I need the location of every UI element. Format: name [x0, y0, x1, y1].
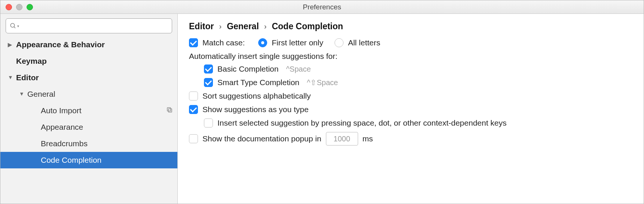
sidebar: ▾ ▶ Appearance & Behavior Keymap ▼ Edito…: [0, 14, 178, 204]
window-title: Preferences: [0, 3, 644, 11]
sidebar-item-appearance[interactable]: Appearance: [0, 119, 177, 135]
breadcrumb-editor[interactable]: Editor: [189, 21, 214, 32]
show-suggestions-checkbox[interactable]: [189, 105, 198, 114]
basic-completion-label: Basic Completion: [217, 64, 278, 74]
chevron-right-icon: ›: [219, 22, 222, 31]
sidebar-item-editor[interactable]: ▼ Editor: [0, 69, 177, 86]
chevron-down-icon: ▼: [8, 74, 13, 80]
breadcrumb-code-completion: Code Completion: [272, 21, 343, 32]
sidebar-item-label: Keymap: [16, 57, 47, 66]
sidebar-tree: ▶ Appearance & Behavior Keymap ▼ Editor …: [0, 36, 177, 168]
svg-rect-2: [168, 109, 172, 112]
svg-point-0: [10, 23, 15, 27]
search-icon: [10, 22, 16, 29]
minimize-window-button[interactable]: [16, 4, 22, 10]
all-letters-label: All letters: [348, 38, 380, 47]
breadcrumb-general[interactable]: General: [227, 21, 259, 32]
insert-by-keys-checkbox[interactable]: [204, 118, 213, 128]
sidebar-item-label: Breadcrumbs: [41, 139, 88, 148]
sidebar-item-keymap[interactable]: Keymap: [0, 53, 177, 69]
chevron-right-icon: ›: [264, 22, 267, 31]
match-case-label: Match case:: [202, 38, 245, 47]
sidebar-item-label: Code Completion: [41, 156, 101, 165]
chevron-down-icon: ▼: [19, 91, 24, 97]
doc-popup-checkbox[interactable]: [189, 134, 198, 143]
first-letter-only-label: First letter only: [272, 38, 323, 47]
svg-rect-3: [167, 108, 171, 111]
chevron-right-icon: ▶: [8, 42, 13, 48]
doc-popup-delay-input[interactable]: [326, 132, 358, 146]
smart-type-completion-checkbox[interactable]: [204, 78, 213, 87]
doc-popup-label-before: Show the documentation popup in: [202, 134, 321, 143]
settings-panel: Editor › General › Code Completion Match…: [178, 14, 644, 204]
sidebar-item-general[interactable]: ▼ General: [0, 86, 177, 102]
match-case-checkbox[interactable]: [189, 38, 198, 47]
sidebar-item-label: Appearance & Behavior: [16, 40, 105, 49]
smart-type-completion-label: Smart Type Completion: [217, 78, 299, 87]
breadcrumb: Editor › General › Code Completion: [189, 21, 632, 32]
maximize-window-button[interactable]: [27, 4, 33, 10]
sidebar-item-breadcrumbs[interactable]: Breadcrumbs: [0, 135, 177, 152]
search-dropdown-icon[interactable]: ▾: [17, 24, 19, 28]
first-letter-only-radio[interactable]: [258, 38, 267, 47]
sidebar-item-label: Auto Import: [41, 106, 82, 115]
smart-type-completion-shortcut: ^⇧Space: [307, 78, 338, 87]
titlebar: Preferences: [0, 0, 644, 14]
sidebar-item-auto-import[interactable]: Auto Import: [0, 102, 177, 119]
insert-by-keys-label: Insert selected suggestion by pressing s…: [217, 118, 507, 128]
auto-insert-heading: Automatically insert single suggestions …: [189, 52, 632, 61]
sidebar-item-code-completion[interactable]: Code Completion: [0, 152, 177, 168]
all-letters-radio[interactable]: [335, 38, 344, 47]
copy-icon[interactable]: [166, 106, 173, 115]
search-input[interactable]: ▾: [6, 18, 172, 33]
close-window-button[interactable]: [6, 4, 12, 10]
sidebar-item-label: Appearance: [41, 123, 83, 132]
window-controls: [6, 4, 33, 10]
sort-alphabetically-label: Sort suggestions alphabetically: [202, 92, 311, 100]
sidebar-item-label: General: [27, 90, 55, 99]
sidebar-item-appearance-behavior[interactable]: ▶ Appearance & Behavior: [0, 36, 177, 53]
doc-popup-label-after: ms: [363, 134, 373, 143]
sort-alphabetically-checkbox[interactable]: [189, 92, 198, 100]
basic-completion-shortcut: ^Space: [286, 65, 311, 74]
show-suggestions-label: Show suggestions as you type: [202, 105, 309, 114]
sidebar-item-label: Editor: [16, 73, 39, 82]
basic-completion-checkbox[interactable]: [204, 64, 213, 74]
svg-line-1: [14, 27, 15, 28]
